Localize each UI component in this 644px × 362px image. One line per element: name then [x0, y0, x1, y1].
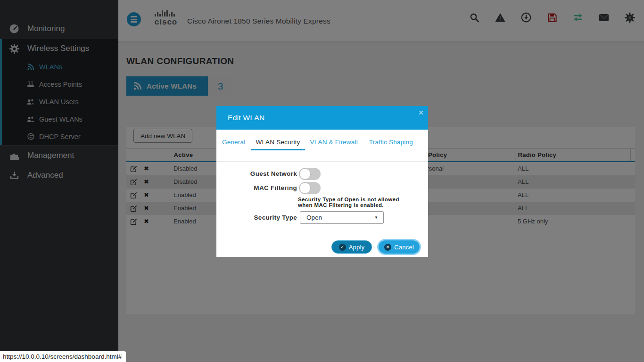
- edit-wlan-modal: Edit WLAN × General WLAN Security VLAN &…: [216, 106, 428, 257]
- modal-header: Edit WLAN ×: [216, 106, 428, 130]
- modal-body: Guest Network MAC Filtering Security Typ…: [216, 162, 428, 235]
- check-circle-icon: ✓: [339, 244, 346, 251]
- modal-tab-bar: General WLAN Security VLAN & Firewall Tr…: [216, 130, 428, 162]
- toggle-knob: [299, 168, 311, 180]
- browser-status-url: https://10.0.0.10/screens/dashboard.html…: [0, 351, 126, 362]
- cancel-button[interactable]: ✕ Cancel: [379, 240, 420, 254]
- tab-wlan-security[interactable]: WLAN Security: [251, 139, 305, 150]
- x-circle-icon: ✕: [384, 244, 391, 251]
- toggle-knob: [299, 182, 311, 194]
- security-type-value: Open: [306, 214, 322, 221]
- mac-filtering-toggle[interactable]: [299, 182, 321, 194]
- close-icon[interactable]: ×: [419, 108, 424, 117]
- apply-button-label: Apply: [349, 244, 365, 251]
- tab-traffic-shaping[interactable]: Traffic Shaping: [369, 139, 413, 149]
- modal-footer: ✓ Apply ✕ Cancel: [216, 235, 428, 257]
- guest-network-label: Guest Network: [216, 170, 297, 177]
- tab-vlan-firewall[interactable]: VLAN & Firewall: [310, 139, 358, 149]
- chevron-down-icon: ▼: [374, 215, 378, 220]
- mac-filtering-label: MAC Filtering: [216, 184, 297, 191]
- app-root: Monitoring Wireless Settings WLANs Acc: [0, 0, 644, 362]
- security-type-select[interactable]: Open ▼: [300, 211, 384, 224]
- guest-network-toggle[interactable]: [299, 168, 321, 180]
- tab-general[interactable]: General: [222, 139, 245, 149]
- security-type-label: Security Type: [216, 214, 297, 221]
- apply-button[interactable]: ✓ Apply: [331, 240, 372, 254]
- cancel-button-label: Cancel: [394, 244, 414, 251]
- security-warning-text: Security Type of Open is not allowed whe…: [298, 197, 399, 208]
- modal-title: Edit WLAN: [228, 114, 265, 122]
